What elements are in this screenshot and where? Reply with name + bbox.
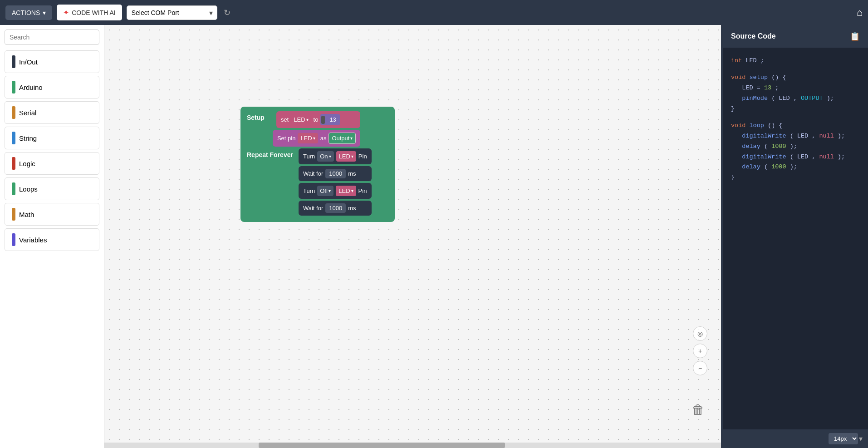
code-delay2-func: delay <box>742 163 760 170</box>
refresh-button[interactable]: ↻ <box>222 6 232 20</box>
code-line-close-setup: } <box>731 104 860 114</box>
zoom-out-button[interactable]: − <box>693 361 707 375</box>
set-pin-prefix: Set pin <box>277 135 295 142</box>
source-panel: Source Code 📋 int LED ; void setup () { <box>723 25 868 448</box>
sidebar-label-serial: Serial <box>19 109 36 117</box>
code-dw2-led: LED <box>797 153 808 160</box>
sidebar-item-math[interactable]: Math <box>5 203 99 226</box>
trash-icon: 🗑 <box>692 403 705 417</box>
led-off-dropdown[interactable]: LED <box>336 186 356 196</box>
code-line-dw1: digitalWrite ( LED , null ); <box>731 131 860 142</box>
repeat-forever-label: Repeat Forever <box>245 148 297 162</box>
blank-line-1 <box>731 66 860 73</box>
blank-line-2 <box>731 114 860 121</box>
sidebar-label-in-out: In/Out <box>19 58 38 66</box>
sidebar-item-string[interactable]: String <box>5 127 99 149</box>
ai-icon: ✦ <box>63 8 69 17</box>
trash-button[interactable]: 🗑 <box>689 398 707 421</box>
code-line-pinmode: pinMode ( LED , OUTPUT ); <box>731 94 860 104</box>
sidebar-item-serial[interactable]: Serial <box>5 101 99 124</box>
sidebar-label-loops: Loops <box>19 185 38 193</box>
set-var-block[interactable]: set LED to 13 <box>276 111 361 128</box>
pin-led-dropdown[interactable]: LED <box>298 133 318 143</box>
clipboard-icon[interactable]: 📋 <box>850 31 860 41</box>
code-pinmode-led: LED <box>779 95 790 102</box>
sidebar-label-math: Math <box>19 211 34 218</box>
com-port-select[interactable]: Select COM Port <box>127 5 217 20</box>
off-dropdown[interactable]: Off <box>317 186 333 196</box>
code-line-loop: void loop () { <box>731 121 860 131</box>
font-size-bar: 14px 10px 12px 16px 18px ▾ <box>723 429 868 448</box>
set-pin-block[interactable]: Set pin LED as Output <box>273 130 361 147</box>
wait1-prefix: Wait for <box>303 170 323 177</box>
canvas-scrollbar-thumb <box>259 443 505 448</box>
code-output-const: OUTPUT <box>801 95 823 102</box>
center-zoom-button[interactable]: ◎ <box>693 326 707 341</box>
canvas-area[interactable]: Setup set LED to 13 <box>104 25 721 448</box>
wait1-value: 1000 <box>325 169 346 178</box>
sidebar-item-in-out[interactable]: In/Out <box>5 50 99 73</box>
color-bar-variables <box>12 233 15 246</box>
code-led-assign-var: LED <box>742 84 753 91</box>
code-pinmode-func: pinMode <box>742 95 768 102</box>
sidebar: In/Out Arduino Serial String Logic Loops… <box>0 25 104 448</box>
sidebar-item-loops[interactable]: Loops <box>5 177 99 200</box>
code-ai-label: CODE WITH AI <box>72 9 115 16</box>
on-dropdown[interactable]: On <box>317 151 333 162</box>
puzzle-icon <box>321 116 325 124</box>
font-size-select[interactable]: 14px 10px 12px 16px 18px <box>829 433 858 444</box>
code-void-setup: void <box>731 74 745 81</box>
code-line-1: int LED ; <box>731 56 860 66</box>
actions-button[interactable]: ACTIONS ▾ <box>5 5 52 20</box>
search-input[interactable] <box>5 30 99 45</box>
com-port-select-wrap: Select COM Port <box>127 5 217 20</box>
chevron-down-font-icon: ▾ <box>859 434 863 443</box>
set-prefix: set <box>281 116 289 123</box>
code-setup-func: setup <box>750 74 768 81</box>
center-icon: ◎ <box>697 330 703 337</box>
color-bar-loops <box>12 182 15 195</box>
source-body: int LED ; void setup () { LED = 13 ; <box>723 48 868 429</box>
to-text: to <box>314 116 319 123</box>
code-led-val: 13 <box>764 84 771 91</box>
output-dropdown[interactable]: Output <box>329 133 356 144</box>
wait2-unit: ms <box>348 205 356 212</box>
sidebar-label-arduino: Arduino <box>19 84 43 91</box>
code-line-setup: void setup () { <box>731 73 860 83</box>
code-ai-button[interactable]: ✦ CODE WITH AI <box>57 5 122 20</box>
color-bar-in-out <box>12 55 15 68</box>
actions-label: ACTIONS <box>12 9 40 16</box>
sidebar-item-arduino[interactable]: Arduino <box>5 76 99 98</box>
sidebar-label-logic: Logic <box>19 160 35 167</box>
home-icon: ⌂ <box>857 7 863 18</box>
color-bar-logic <box>12 157 15 170</box>
sidebar-item-variables[interactable]: Variables <box>5 228 99 251</box>
led-on-dropdown[interactable]: LED <box>336 151 356 162</box>
turn-off-block[interactable]: Turn Off LED Pin <box>299 183 372 199</box>
wait2-prefix: Wait for <box>303 205 323 212</box>
blocks-container: Setup set LED to 13 <box>240 107 395 222</box>
code-dw2-func: digitalWrite <box>742 153 786 160</box>
wait2-block[interactable]: Wait for 1000 ms <box>299 201 372 216</box>
sidebar-label-variables: Variables <box>19 236 47 244</box>
sidebar-label-string: String <box>19 134 37 142</box>
zoom-in-button[interactable]: + <box>693 344 707 358</box>
turn-on-block[interactable]: Turn On LED Pin <box>299 148 372 164</box>
code-dw1-led: LED <box>797 133 808 139</box>
code-line-delay2: delay ( 1000 ); <box>731 162 860 172</box>
led-var-dropdown[interactable]: LED <box>291 114 311 125</box>
setup-label: Setup <box>245 111 268 125</box>
source-title: Source Code <box>731 32 776 40</box>
wait1-block[interactable]: Wait for 1000 ms <box>299 166 372 181</box>
value-wrapper: 13 <box>320 114 339 125</box>
wait1-unit: ms <box>348 170 356 177</box>
color-bar-serial <box>12 106 15 119</box>
color-bar-math <box>12 208 15 221</box>
canvas-scrollbar[interactable] <box>104 443 721 448</box>
code-line-led-assign: LED = 13 ; <box>731 83 860 94</box>
sidebar-item-logic[interactable]: Logic <box>5 152 99 175</box>
code-line-delay1: delay ( 1000 ); <box>731 142 860 152</box>
code-int-keyword: int <box>731 57 742 64</box>
home-button[interactable]: ⌂ <box>857 7 863 19</box>
turn-off-prefix: Turn <box>303 187 315 194</box>
